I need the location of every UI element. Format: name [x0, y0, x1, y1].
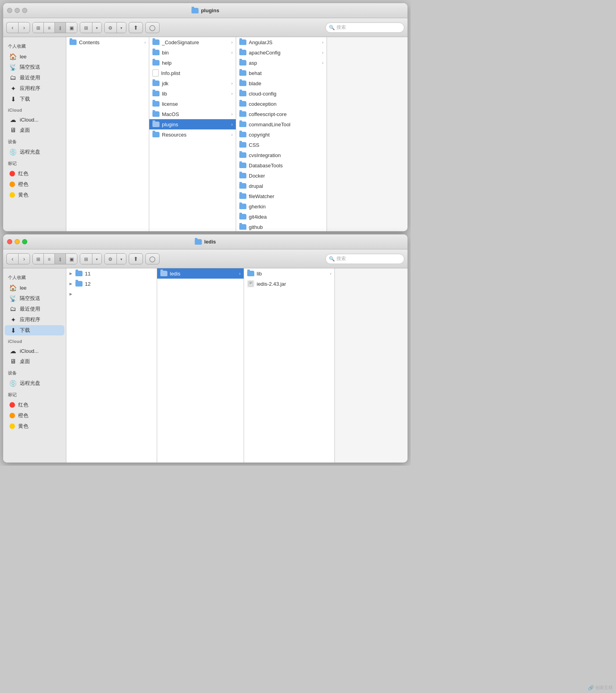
column-item-databasetools[interactable]: DatabaseTools — [236, 160, 327, 170]
sidebar-item-tag-red[interactable]: 红色 — [5, 169, 64, 179]
gear-button[interactable]: ⚙ — [105, 22, 117, 33]
finder-window-ledis[interactable]: ledis ‹ › ⊞ ≡ ⫿ ▣ ⊞ ▾ ⚙ ▾ ⬆ ◯ 🔍 搜索 — [3, 234, 408, 463]
sidebar-item-recent[interactable]: 🗂 最近使用 — [5, 73, 64, 83]
column-item-macos[interactable]: MacOS › — [149, 109, 236, 119]
column-item-angularjs[interactable]: AngularJS › — [236, 37, 327, 47]
view-controls[interactable]: ⊞ ≡ ⫿ ▣ — [32, 22, 77, 33]
minimize-button-2[interactable] — [15, 239, 20, 244]
action-controls-2[interactable]: ⚙ ▾ — [104, 253, 126, 264]
search-box-2[interactable]: 🔍 搜索 — [325, 254, 404, 264]
sidebar-item-tag-yellow[interactable]: 黄色 — [5, 190, 64, 200]
column-item-lib[interactable]: lib › — [149, 88, 236, 99]
tag-button[interactable]: ◯ — [145, 22, 160, 33]
column-item-license[interactable]: license — [149, 99, 236, 109]
gear-button-2[interactable]: ⚙ — [105, 254, 117, 264]
column-item-apacheconfig[interactable]: apacheConfig › — [236, 47, 327, 58]
sidebar-item-remotedisk[interactable]: 💿 远程光盘 — [5, 147, 64, 157]
back-button-2[interactable]: ‹ — [6, 253, 18, 264]
sidebar-item-airdrop-2[interactable]: 📡 隔空投送 — [5, 293, 64, 303]
column-item-plugins[interactable]: plugins › — [149, 119, 236, 129]
column-item-gherkin[interactable]: gherkin — [236, 201, 327, 212]
share-button-2[interactable]: ⬆ — [129, 253, 143, 264]
sidebar-item-tag-orange[interactable]: 橙色 — [5, 179, 64, 189]
maximize-button[interactable] — [22, 8, 27, 13]
nav-buttons-2[interactable]: ‹ › — [6, 253, 30, 264]
column-item-11[interactable]: ▶ 11 — [66, 268, 157, 279]
sort-dropdown-button[interactable]: ▾ — [92, 22, 101, 33]
column-item-blade[interactable]: blade — [236, 78, 327, 88]
tag-button-2[interactable]: ◯ — [145, 253, 160, 264]
column-item-jdk[interactable]: jdk › — [149, 78, 236, 88]
forward-button-2[interactable]: › — [18, 253, 30, 264]
sidebar-item-apps-2[interactable]: ✦ 应用程序 — [5, 315, 64, 325]
sidebar-item-desktop[interactable]: 🖥 桌面 — [5, 125, 64, 135]
column-item-behat[interactable]: behat — [236, 68, 327, 78]
traffic-lights-2[interactable] — [7, 239, 27, 244]
column-item-cloud-config[interactable]: cloud-config — [236, 88, 327, 99]
column-item-filewatcher[interactable]: fileWatcher — [236, 191, 327, 201]
sidebar-item-tag-red-2[interactable]: 红色 — [5, 400, 64, 410]
sidebar-item-apps[interactable]: ✦ 应用程序 — [5, 83, 64, 94]
column-item-bin[interactable]: bin › — [149, 47, 236, 58]
column-item-git4idea[interactable]: git4idea — [236, 212, 327, 222]
list-view-button-2[interactable]: ≡ — [44, 254, 55, 264]
list-view-button[interactable]: ≡ — [44, 22, 55, 33]
gallery-view-button[interactable]: ▣ — [66, 22, 77, 33]
column-item-css[interactable]: CSS — [236, 140, 327, 150]
column-item-infoplist[interactable]: Info.plist — [149, 68, 236, 78]
sidebar-item-tag-yellow-2[interactable]: 黄色 — [5, 421, 64, 431]
column-view-button-2[interactable]: ⫿ — [55, 254, 66, 264]
view-controls-2[interactable]: ⊞ ≡ ⫿ ▣ — [32, 253, 77, 264]
column-view-button[interactable]: ⫿ — [55, 22, 66, 33]
icon-view-button-2[interactable]: ⊞ — [33, 254, 44, 264]
sidebar-item-lee[interactable]: 🏠 lee — [5, 51, 64, 62]
column-item-docker[interactable]: Docker — [236, 170, 327, 181]
gear-dropdown-button[interactable]: ▾ — [117, 22, 126, 33]
icon-view-button[interactable]: ⊞ — [33, 22, 44, 33]
maximize-button-2[interactable] — [22, 239, 27, 244]
forward-button[interactable]: › — [18, 22, 30, 33]
column-item-lib-ledis[interactable]: lib › — [244, 268, 334, 279]
traffic-lights[interactable] — [7, 8, 27, 13]
column-item-resources[interactable]: Resources › — [149, 129, 236, 140]
minimize-button[interactable] — [15, 8, 20, 13]
sort-controls-2[interactable]: ⊞ ▾ — [80, 253, 102, 264]
grid-button[interactable]: ⊞ — [80, 22, 92, 33]
column-item-asp[interactable]: asp › — [236, 58, 327, 68]
close-button[interactable] — [7, 8, 12, 13]
column-item-contents[interactable]: Contents › — [66, 37, 149, 47]
column-item-codeception[interactable]: codeception — [236, 99, 327, 109]
finder-window-plugins[interactable]: plugins ‹ › ⊞ ≡ ⫿ ▣ ⊞ ▾ ⚙ ▾ ⬆ ◯ 🔍 搜索 — [3, 3, 408, 231]
gear-dropdown-button-2[interactable]: ▾ — [117, 254, 126, 264]
column-item-copyright[interactable]: copyright — [236, 129, 327, 140]
column-item-drupal[interactable]: drupal — [236, 181, 327, 191]
column-item-commandlinetool[interactable]: commandLineTool — [236, 119, 327, 129]
column-item-cvsintegration[interactable]: cvsIntegration — [236, 150, 327, 160]
column-item-github[interactable]: github — [236, 222, 327, 231]
sidebar-item-icloud[interactable]: ☁ iCloud... — [5, 114, 64, 125]
share-button[interactable]: ⬆ — [129, 22, 143, 33]
nav-buttons[interactable]: ‹ › — [6, 22, 30, 33]
sidebar-item-downloads[interactable]: ⬇ 下载 — [5, 94, 64, 104]
column-item-coffeescript[interactable]: coffeescript-core — [236, 109, 327, 119]
action-controls[interactable]: ⚙ ▾ — [104, 22, 126, 33]
column-item-ledis[interactable]: ledis › — [157, 268, 244, 279]
sidebar-item-desktop-2[interactable]: 🖥 桌面 — [5, 356, 64, 367]
sort-controls[interactable]: ⊞ ▾ — [80, 22, 102, 33]
gallery-view-button-2[interactable]: ▣ — [66, 254, 77, 264]
column-item-help[interactable]: help — [149, 58, 236, 68]
sidebar-item-recent-2[interactable]: 🗂 最近使用 — [5, 304, 64, 314]
sidebar-item-airdrop[interactable]: 📡 隔空投送 — [5, 62, 64, 72]
sidebar-item-tag-orange-2[interactable]: 橙色 — [5, 410, 64, 421]
sidebar-item-lee-2[interactable]: 🏠 lee — [5, 283, 64, 293]
sort-dropdown-button-2[interactable]: ▾ — [92, 254, 101, 264]
sidebar-item-icloud-2[interactable]: ☁ iCloud... — [5, 346, 64, 356]
column-item-jar[interactable]: iedis-2.43.jar — [244, 279, 334, 289]
close-button-2[interactable] — [7, 239, 12, 244]
back-button[interactable]: ‹ — [6, 22, 18, 33]
grid-button-2[interactable]: ⊞ — [80, 254, 92, 264]
sidebar-item-downloads-2[interactable]: ⬇ 下载 — [5, 325, 64, 335]
column-item-codesignature[interactable]: _CodeSignature › — [149, 37, 236, 47]
search-box[interactable]: 🔍 搜索 — [325, 22, 404, 33]
sidebar-item-remotedisk-2[interactable]: 💿 远程光盘 — [5, 378, 64, 388]
